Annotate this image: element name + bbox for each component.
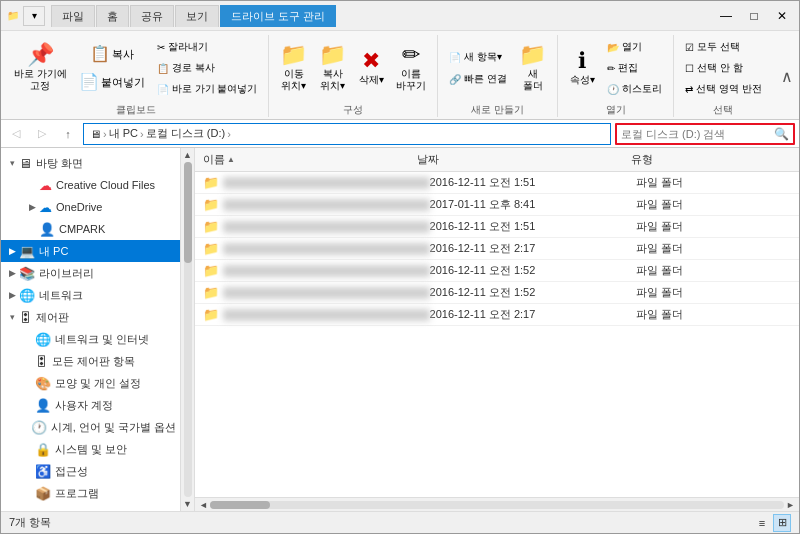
ribbon-group-select: ☑ 모두 선택 ☐ 선택 안 함 ⇄ 선택 영역 반전 선택: [674, 35, 773, 117]
file-row[interactable]: 📁 ████████ 2016-12-11 오전 1:52 파일 폴더: [195, 282, 799, 304]
cp-arrow: ▾: [5, 312, 19, 322]
breadcrumb-drive: 로컬 디스크 (D:): [146, 126, 225, 141]
quick-access-btn[interactable]: ▾: [23, 6, 45, 26]
history-button[interactable]: 🕐 히스토리: [602, 79, 667, 99]
move-to-button[interactable]: 📁 이동위치▾: [275, 41, 312, 95]
select-none-icon: ☐: [685, 63, 694, 74]
ribbon: 📌 바로 가기에고정 📋 복사 📄 붙여넣기: [1, 31, 799, 120]
close-button[interactable]: ✕: [769, 6, 795, 26]
paste-shortcut-button[interactable]: 📄 바로 가기 붙여넣기: [152, 79, 263, 99]
lib-arrow: ▶: [5, 268, 19, 278]
sidebar-scroll-down[interactable]: ▼: [183, 499, 192, 509]
ribbon-collapse-button[interactable]: ∧: [781, 67, 793, 86]
properties-button[interactable]: ℹ 속성▾: [564, 42, 600, 94]
hscroll-left[interactable]: ◄: [197, 500, 210, 510]
desktop-icon: 🖥: [19, 156, 32, 171]
file-row[interactable]: 📁 ████████ 2016-12-11 오전 2:17 파일 폴더: [195, 238, 799, 260]
ss-label: 시스템 및 보안: [55, 442, 127, 457]
hscroll-right[interactable]: ►: [784, 500, 797, 510]
cut-button[interactable]: ✂ 잘라내기: [152, 37, 263, 57]
sidebar-item-network[interactable]: ▶ 🌐 네트워크: [1, 284, 180, 306]
col-header-name[interactable]: 이름 ▲: [203, 152, 417, 167]
sidebar-item-appearance[interactable]: 🎨 모양 및 개인 설정: [1, 372, 180, 394]
tab-manage[interactable]: 드라이브 도구 관리: [220, 5, 336, 27]
tab-share[interactable]: 공유: [130, 5, 174, 27]
ni-icon: 🌐: [35, 332, 51, 347]
sidebar-item-onedrive[interactable]: ▶ ☁ OneDrive: [1, 196, 180, 218]
address-path[interactable]: 🖥 › 내 PC › 로컬 디스크 (D:) ›: [83, 123, 611, 145]
back-button[interactable]: ◁: [5, 123, 27, 145]
copy-to-button[interactable]: 📁 복사위치▾: [314, 41, 351, 95]
col-header-date[interactable]: 날짜: [417, 152, 631, 167]
sidebar-item-system-security[interactable]: 🔒 시스템 및 보안: [1, 438, 180, 460]
file-type: 파일 폴더: [636, 307, 791, 322]
new-folder-icon: 📁: [519, 44, 546, 66]
delete-button[interactable]: ✖ 삭제▾: [353, 42, 389, 94]
forward-button[interactable]: ▷: [31, 123, 53, 145]
new-item-button[interactable]: 📄 새 항목▾: [444, 47, 512, 67]
tab-view[interactable]: 보기: [175, 5, 219, 27]
sidebar-item-cmpark[interactable]: 👤 CMPARK: [1, 218, 180, 240]
acc-icon: ♿: [35, 464, 51, 479]
cmpark-icon: 👤: [39, 222, 55, 237]
invert-select-button[interactable]: ⇄ 선택 영역 반전: [680, 79, 767, 99]
invert-select-icon: ⇄: [685, 84, 693, 95]
search-icon[interactable]: 🔍: [774, 127, 789, 141]
pin-button[interactable]: 📌 바로 가기에고정: [9, 41, 72, 95]
sidebar-item-accessibility[interactable]: ♿ 접근성: [1, 460, 180, 482]
ua-icon: 👤: [35, 398, 51, 413]
sidebar-item-desktop[interactable]: ▾ 🖥 바탕 화면: [1, 152, 180, 174]
tab-file[interactable]: 파일: [51, 5, 95, 27]
quick-connect-button[interactable]: 🔗 빠른 연결: [444, 69, 512, 89]
copy-path-button[interactable]: 📋 경로 복사: [152, 58, 263, 78]
select-label: 선택: [680, 103, 767, 117]
sidebar-item-more[interactable]: 📦 프로그램: [1, 482, 180, 504]
paste-button[interactable]: 📄 붙여넣기: [74, 69, 150, 95]
window-controls: — □ ✕: [713, 6, 795, 26]
sidebar-item-clock[interactable]: 🕐 시계, 언어 및 국가별 옵션: [1, 416, 180, 438]
tab-home[interactable]: 홈: [96, 5, 129, 27]
cc-icon: ☁: [39, 178, 52, 193]
sidebar-item-user-account[interactable]: 👤 사용자 계정: [1, 394, 180, 416]
edit-button[interactable]: ✏ 편집: [602, 58, 667, 78]
up-button[interactable]: ↑: [57, 123, 79, 145]
search-box: 🔍: [615, 123, 795, 145]
select-all-button[interactable]: ☑ 모두 선택: [680, 37, 767, 57]
new-folder-button[interactable]: 📁 새폴더: [514, 41, 551, 95]
details-view-button[interactable]: ≡: [753, 514, 771, 532]
sidebar-scroll-up[interactable]: ▲: [183, 150, 192, 160]
maximize-button[interactable]: □: [741, 6, 767, 26]
sidebar-item-all-control[interactable]: 🎛 모든 제어판 항목: [1, 350, 180, 372]
copy-button[interactable]: 📋 복사: [74, 41, 150, 67]
file-row[interactable]: 📁 ████████ 2016-12-11 오전 2:17 파일 폴더: [195, 304, 799, 326]
sidebar-item-libraries[interactable]: ▶ 📚 라이브러리: [1, 262, 180, 284]
large-icon-view-button[interactable]: ⊞: [773, 514, 791, 532]
file-row[interactable]: 📁 ████████ 2016-12-11 오전 1:51 파일 폴더: [195, 172, 799, 194]
hscroll-thumb: [210, 501, 270, 509]
file-row[interactable]: 📁 ██████ 2016-12-11 오전 1:51 파일 폴더: [195, 216, 799, 238]
search-input[interactable]: [621, 128, 774, 140]
desktop-arrow: ▾: [5, 158, 19, 168]
sidebar-item-control-panel[interactable]: ▾ 🎛 제어판: [1, 306, 180, 328]
ac-icon: 🎛: [35, 354, 48, 369]
file-name: ████████: [223, 243, 430, 255]
open-button[interactable]: 📂 열기: [602, 37, 667, 57]
sidebar-item-this-pc[interactable]: ▶ 💻 내 PC: [1, 240, 180, 262]
file-row[interactable]: 📁 █████████ 2016-12-11 오전 1:52 파일 폴더: [195, 260, 799, 282]
ribbon-content: 📌 바로 가기에고정 📋 복사 📄 붙여넣기: [1, 31, 799, 119]
sidebar-item-network-internet[interactable]: 🌐 네트워크 및 인터넷: [1, 328, 180, 350]
file-row[interactable]: 📁 ████████████ 2017-01-11 오후 8:41 파일 폴더: [195, 194, 799, 216]
ap-label: 모양 및 개인 설정: [55, 376, 141, 391]
select-all-icon: ☑: [685, 42, 694, 53]
sidebar-item-creative-cloud[interactable]: ☁ Creative Cloud Files: [1, 174, 180, 196]
rename-button[interactable]: ✏ 이름바꾸기: [391, 41, 431, 95]
folder-icon: 📁: [203, 285, 219, 300]
ribbon-group-organize: 📁 이동위치▾ 📁 복사위치▾ ✖ 삭제▾ ✏ 이름바꾸기: [269, 35, 438, 117]
col-header-type[interactable]: 유형: [631, 152, 791, 167]
breadcrumb-icon: 🖥: [90, 128, 101, 140]
horizontal-scrollbar[interactable]: ◄ ►: [195, 497, 799, 511]
select-none-button[interactable]: ☐ 선택 안 함: [680, 58, 767, 78]
file-date: 2016-12-11 오전 1:52: [430, 263, 637, 278]
minimize-button[interactable]: —: [713, 6, 739, 26]
cc-label: Creative Cloud Files: [56, 179, 155, 191]
